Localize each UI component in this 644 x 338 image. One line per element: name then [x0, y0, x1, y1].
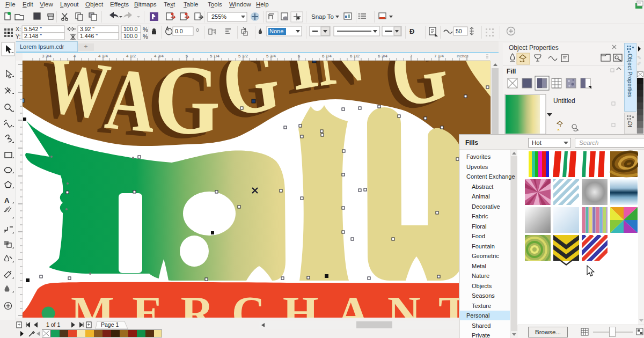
svg-text:%: %: [143, 26, 148, 33]
svg-text:X:: X:: [16, 26, 21, 32]
svg-text:1 of 1: 1 of 1: [46, 321, 60, 328]
svg-text:%: %: [143, 33, 148, 40]
svg-text:A: A: [4, 196, 10, 204]
svg-text:MERCHANT: MERCHANT: [71, 287, 487, 318]
svg-text:Object Properties: Object Properties: [509, 44, 559, 52]
svg-text:Ɖ: Ɖ: [409, 27, 414, 35]
svg-text:Y:: Y:: [16, 33, 20, 40]
svg-text:Page 1: Page 1: [101, 321, 119, 328]
svg-text:0.0: 0.0: [175, 28, 183, 34]
svg-text:3.92 ": 3.92 ": [80, 26, 94, 32]
svg-text:2.148 ": 2.148 ": [24, 33, 42, 39]
svg-text:1.446 ": 1.446 ": [80, 33, 98, 39]
svg-text:Fill: Fill: [507, 68, 516, 75]
svg-text:Snap To: Snap To: [311, 13, 334, 20]
svg-text:5.542 ": 5.542 ": [24, 26, 42, 32]
svg-text:100.0: 100.0: [123, 26, 137, 32]
svg-text:100.0: 100.0: [123, 33, 137, 39]
svg-text:A: A: [102, 61, 160, 151]
svg-text:G: G: [155, 61, 220, 155]
svg-text:255%: 255%: [211, 13, 226, 20]
svg-text:Untitled: Untitled: [553, 97, 575, 105]
svg-text:None: None: [269, 28, 283, 34]
svg-text:50: 50: [456, 28, 462, 34]
